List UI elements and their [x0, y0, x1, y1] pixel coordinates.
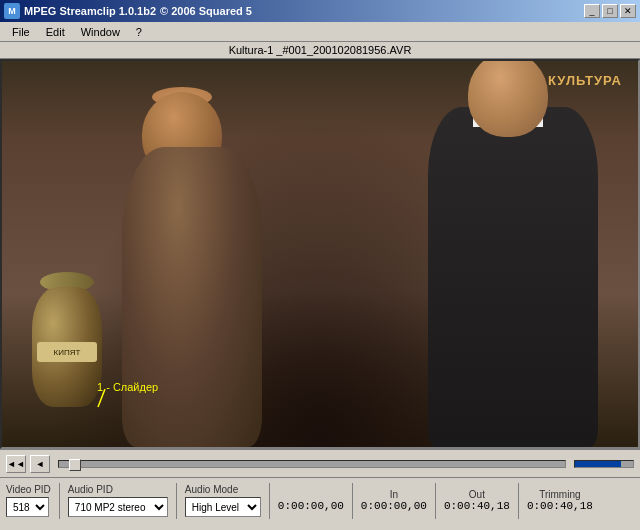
out-label: Out	[469, 489, 485, 500]
video-pid-group: Video PID 518	[6, 484, 51, 517]
out-value: 0:00:40,18	[444, 500, 510, 512]
app-icon: M	[4, 3, 20, 19]
title-bar-left: M MPEG Streamclip 1.0.1b2 © 2006 Squared…	[4, 3, 252, 19]
divider-4	[352, 483, 353, 519]
trimming-label: Trimming	[539, 489, 580, 500]
tooltip-arrow	[90, 389, 120, 409]
close-button[interactable]: ✕	[620, 4, 636, 18]
file-title: Kultura-1 _#001_200102081956.AVR	[0, 42, 640, 59]
in-value: 0:00:00,00	[361, 500, 427, 512]
audio-mode-label: Audio Mode	[185, 484, 238, 495]
person-left-body	[122, 147, 262, 447]
audio-mode-select[interactable]: High Level Normal Low Level	[185, 497, 261, 517]
menu-edit[interactable]: Edit	[38, 24, 73, 40]
app-copyright: © 2006 Squared 5	[160, 5, 252, 17]
volume-bar[interactable]	[574, 460, 634, 468]
samovar-sign: КИПЯТ	[37, 342, 97, 362]
controls-area: ◄◄ ◄	[0, 449, 640, 477]
svg-line-0	[98, 389, 105, 407]
audio-pid-group: Audio PID 710 MP2 stereo	[68, 484, 168, 517]
rewind-button[interactable]: ◄◄	[6, 455, 26, 473]
timecode-value: 0:00:00,00	[278, 500, 344, 512]
person-right-head	[468, 59, 548, 137]
person-left	[102, 107, 282, 447]
out-group: Out 0:00:40,18	[444, 489, 510, 512]
window-controls: _ □ ✕	[584, 4, 636, 18]
audio-mode-group: Audio Mode High Level Normal Low Level	[185, 484, 261, 517]
seek-bar[interactable]	[58, 460, 566, 468]
divider-1	[59, 483, 60, 519]
video-frame: КИПЯТ КУЛЬТУРА 1 - Слайдер	[2, 61, 638, 447]
person-right	[418, 67, 618, 447]
prev-frame-button[interactable]: ◄	[30, 455, 50, 473]
minimize-button[interactable]: _	[584, 4, 600, 18]
video-pid-label: Video PID	[6, 484, 51, 495]
audio-pid-select[interactable]: 710 MP2 stereo	[68, 497, 168, 517]
timecode-group: 0:00:00,00	[278, 489, 344, 512]
timecode-label	[309, 489, 312, 500]
status-bar: Video PID 518 Audio PID 710 MP2 stereo A…	[0, 477, 640, 523]
volume-fill	[575, 461, 621, 467]
video-pid-select[interactable]: 518	[6, 497, 49, 517]
title-bar: M MPEG Streamclip 1.0.1b2 © 2006 Squared…	[0, 0, 640, 22]
person-right-body	[428, 107, 598, 447]
divider-3	[269, 483, 270, 519]
trimming-group: Trimming 0:00:40,18	[527, 489, 593, 512]
in-label: In	[390, 489, 398, 500]
audio-pid-label: Audio PID	[68, 484, 113, 495]
app-name: MPEG Streamclip 1.0.1b2	[24, 5, 156, 17]
trimming-value: 0:00:40,18	[527, 500, 593, 512]
menu-window[interactable]: Window	[73, 24, 128, 40]
maximize-button[interactable]: □	[602, 4, 618, 18]
divider-5	[435, 483, 436, 519]
filename-label: Kultura-1 _#001_200102081956.AVR	[229, 44, 412, 56]
divider-2	[176, 483, 177, 519]
menu-bar: File Edit Window ?	[0, 22, 640, 42]
menu-file[interactable]: File	[4, 24, 38, 40]
in-group: In 0:00:00,00	[361, 489, 427, 512]
divider-6	[518, 483, 519, 519]
menu-help[interactable]: ?	[128, 24, 150, 40]
watermark: КУЛЬТУРА	[548, 73, 622, 88]
seek-thumb[interactable]	[69, 459, 81, 471]
video-area: КИПЯТ КУЛЬТУРА 1 - Слайдер	[0, 59, 640, 449]
